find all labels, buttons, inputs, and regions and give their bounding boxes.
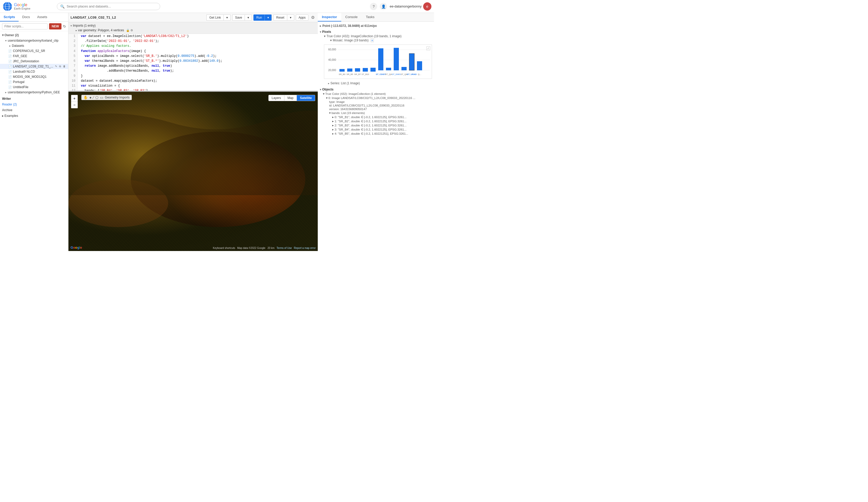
mosaic-row: ▾ Mosaic: Image (19 bands) ≡: [324, 38, 432, 42]
file-landsat9[interactable]: 📄 Landsat9 NLCD: [0, 69, 68, 74]
svg-rect-22: [409, 53, 414, 70]
tab-assets[interactable]: Assets: [34, 13, 51, 21]
search-input[interactable]: [67, 4, 157, 8]
map-canvas[interactable]: [69, 92, 318, 251]
imports-label: Imports (1 entry): [73, 24, 96, 27]
point-label: Point (-113.6372, 38.9489) at 611m/px: [322, 24, 377, 28]
polygon-icon[interactable]: ⬠: [95, 96, 99, 100]
obj-tc-arrow[interactable]: ▾: [323, 92, 324, 96]
svg-rect-23: [417, 61, 422, 70]
svg-text:SR_B7: SR_B7: [354, 73, 361, 76]
geometry-settings-icon[interactable]: ⚙: [131, 29, 133, 32]
code-imports: ▾ Imports (1 entry) ▸ var geometry: Poly…: [69, 22, 318, 34]
tab-inspector[interactable]: Inspector: [318, 13, 341, 21]
svg-text:SR_B5: SR_B5: [347, 73, 353, 76]
obj-band-2-row: ▸ 2: "SR_B3", double ∈ [-0.2, 1.6022125]…: [323, 123, 432, 128]
satellite-button[interactable]: Satellite: [297, 95, 315, 101]
map-type-bar: Layers Map Satellite: [268, 95, 315, 101]
run-dropdown[interactable]: ▾: [265, 14, 272, 21]
file-copernicus[interactable]: 📄 COPERNICUS_S2_SR: [0, 48, 68, 53]
file-modis[interactable]: 📄 MODIS_006_MOD13Q1: [0, 74, 68, 79]
geometry-triangle[interactable]: ▸: [76, 29, 77, 32]
tab-tasks[interactable]: Tasks: [362, 13, 379, 21]
layers-button[interactable]: Layers: [269, 95, 285, 101]
obj-band-0-label: 0: "SR_B1", double ∈ [-0.2, 1.6022125], …: [334, 116, 406, 119]
user-badge[interactable]: ee-datamongerbonny e: [390, 2, 431, 11]
save-dropdown[interactable]: ▾: [245, 14, 252, 21]
get-link-button[interactable]: Get Link: [206, 14, 224, 21]
file-delete-icon[interactable]: 🗑: [62, 64, 66, 68]
tab-scripts[interactable]: Scripts: [0, 13, 19, 21]
help-icon[interactable]: ?: [370, 3, 377, 10]
notifications-icon[interactable]: 👤: [380, 3, 387, 10]
filter-input[interactable]: [2, 23, 48, 29]
imports-triangle[interactable]: ▾: [71, 24, 72, 27]
svg-rect-16: [363, 68, 368, 72]
logo: Google Earth Engine: [3, 1, 54, 11]
settings-icon[interactable]: ⚙: [310, 14, 316, 21]
svg-rect-21: [402, 67, 406, 70]
file-edit-icon[interactable]: ✎: [54, 64, 58, 68]
section-archive[interactable]: Archive: [0, 107, 68, 113]
obj-band-2-arrow[interactable]: ▸: [332, 124, 334, 127]
search-icon: 🔍: [60, 4, 65, 9]
section-examples[interactable]: ▸ Examples: [0, 113, 68, 119]
true-color-label: True Color (432): ImageCollection (19 ba…: [327, 34, 402, 38]
zoom-out-button[interactable]: −: [71, 102, 78, 108]
tab-docs[interactable]: Docs: [19, 13, 34, 21]
tc-triangle[interactable]: ▾: [324, 34, 326, 38]
map-button[interactable]: Map: [285, 95, 297, 101]
hand-icon[interactable]: ✋: [83, 96, 88, 100]
imports-row: ▾ Imports (1 entry): [71, 23, 316, 28]
zoom-in-button[interactable]: +: [71, 95, 78, 102]
geometry-lock-icon[interactable]: 🔒: [126, 29, 130, 32]
refresh-icon[interactable]: ↻: [63, 24, 66, 28]
file-untitled[interactable]: 📄 UntitledFile: [0, 84, 68, 90]
table-icon[interactable]: ≡: [371, 39, 374, 42]
obj-band-3-arrow[interactable]: ▸: [332, 128, 334, 131]
obj-0-label: 0: Image LANDSAT/LC08/C02/T1_L2/LC08_039…: [328, 97, 415, 100]
reset-dropdown[interactable]: ▾: [287, 14, 294, 21]
code-content[interactable]: var dataset = ee.ImageCollection('LANDSA…: [78, 34, 318, 92]
section-reader[interactable]: Reader (2): [0, 102, 68, 107]
file-landsat-active[interactable]: 📄 LANDSAT_LC09_C02_T1_... ✎ ⧉ 🗑: [0, 64, 68, 69]
report-link[interactable]: Report a map error: [294, 247, 316, 250]
obj-band-4-arrow[interactable]: ▸: [332, 132, 334, 135]
folder-datasets[interactable]: ▸ Datasets: [0, 43, 68, 48]
keyboard-shortcuts-link[interactable]: Keyboard shortcuts: [213, 247, 235, 250]
series-arrow[interactable]: ▸: [328, 82, 329, 85]
terms-link[interactable]: Terms of Use: [277, 247, 292, 250]
obj-band-3-row: ▸ 3: "SR_B4", double ∈ [-0.2, 1.6022125]…: [323, 128, 432, 132]
mosaic-triangle[interactable]: ▾: [330, 39, 332, 42]
folder-iceland[interactable]: ▾ users/datamongerbonny/Iceland_clip: [0, 38, 68, 43]
code-line-8: return image.addBands(opticalBands, null…: [81, 63, 315, 69]
svg-text:60,000: 60,000: [328, 48, 336, 51]
new-script-button[interactable]: NEW: [49, 23, 61, 29]
file-copy-icon[interactable]: ⧉: [59, 64, 62, 68]
get-link-dropdown[interactable]: ▾: [224, 14, 231, 21]
obj-version-label: version: 1643156809050147: [329, 108, 367, 111]
obj-band-1-arrow[interactable]: ▸: [332, 120, 334, 123]
point-icon[interactable]: ●: [90, 96, 92, 100]
run-button[interactable]: Run: [254, 14, 265, 21]
owner-section[interactable]: ▾ Owner (2): [0, 32, 68, 38]
right-panel: Inspector Console Tasks ▸ Point (-113.63…: [318, 13, 434, 251]
square-icon[interactable]: ▭: [100, 96, 103, 100]
obj-bands-arrow[interactable]: ▾: [329, 111, 331, 114]
obj-true-color: ▾ True Color (432): ImageCollection (1 e…: [323, 92, 432, 96]
svg-rect-18: [378, 48, 383, 70]
obj-band-0-arrow[interactable]: ▸: [332, 116, 334, 119]
tab-console[interactable]: Console: [341, 13, 362, 21]
file-jrc[interactable]: 📄 JRC_Deforestation: [0, 59, 68, 64]
save-button[interactable]: Save: [232, 14, 245, 21]
folder-python[interactable]: ▸ users/datamongerbonny/Python_GEE: [0, 90, 68, 95]
file-far-gee[interactable]: 📄 FAR_GEE: [0, 53, 68, 59]
file-portugal[interactable]: 📄 Portugal: [0, 79, 68, 84]
reset-button[interactable]: Reset: [273, 14, 287, 21]
series-row: ▸ Series: List (1 Image): [328, 81, 432, 86]
user-avatar: e: [423, 2, 431, 11]
obj-0-arrow[interactable]: ▾: [326, 97, 328, 100]
line-icon[interactable]: ∕: [93, 96, 94, 100]
search-bar[interactable]: 🔍: [57, 3, 160, 10]
apps-button[interactable]: Apps: [296, 14, 309, 21]
